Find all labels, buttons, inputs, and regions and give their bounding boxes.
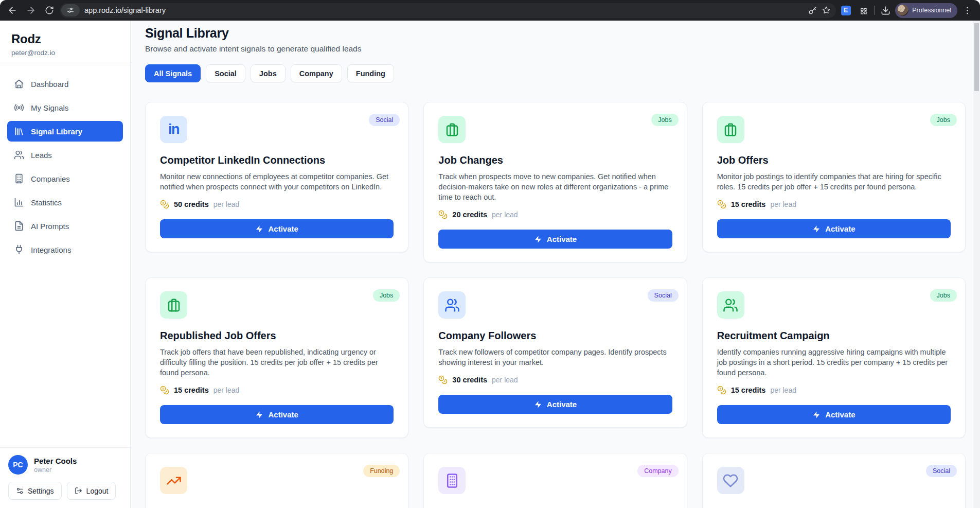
browser-profile-label: Professionnel — [912, 7, 951, 14]
user-name: Peter Cools — [34, 457, 77, 465]
browser-back-icon[interactable] — [4, 2, 21, 19]
credits-value: 15 credits — [731, 386, 766, 394]
sidebar-item-label: Signal Library — [31, 127, 82, 136]
page-scrollbar-thumb[interactable] — [974, 23, 979, 91]
sidebar-item-statistics[interactable]: Statistics — [7, 192, 123, 213]
linkedin-icon: in — [160, 116, 187, 143]
page-subtitle: Browse and activate intent signals to ge… — [145, 44, 966, 54]
card-description: Track job offers that have been republis… — [160, 347, 394, 378]
zap-icon — [255, 411, 263, 419]
sidebar-item-label: My Signals — [31, 103, 68, 112]
settings-sliders-icon — [16, 487, 24, 495]
sidebar-item-ai-prompts[interactable]: AI Prompts — [7, 216, 123, 236]
zap-icon — [534, 400, 542, 409]
library-icon — [14, 126, 24, 136]
card-title: Job Changes — [438, 154, 672, 166]
coins-icon — [160, 386, 169, 395]
card-description: Monitor new connections of employees at … — [160, 171, 394, 192]
signal-card: Social in Competitor LinkedIn Connection… — [145, 102, 408, 252]
page-scrollbar[interactable] — [973, 21, 980, 508]
extension-e-icon[interactable]: E — [841, 6, 851, 15]
signal-card: Jobs Republished Job Offers Track job of… — [145, 277, 408, 438]
users-icon — [717, 291, 744, 319]
sidebar-item-leads[interactable]: Leads — [7, 145, 123, 165]
sidebar-item-label: Companies — [31, 174, 70, 183]
site-settings-icon[interactable] — [61, 4, 80, 16]
downloads-icon[interactable] — [878, 3, 893, 18]
category-badge: Social — [926, 465, 957, 477]
sidebar-item-label: Statistics — [31, 198, 62, 207]
category-badge: Jobs — [930, 289, 957, 302]
coins-icon — [717, 200, 726, 209]
sidebar-item-dashboard[interactable]: Dashboard — [7, 74, 123, 94]
card-title: Competitor LinkedIn Connections — [160, 154, 394, 166]
main-content: Signal Library Browse and activate inten… — [131, 21, 980, 508]
card-description: Track new followers of competitor compan… — [438, 347, 672, 367]
credits-value: 50 credits — [174, 200, 209, 208]
activate-button[interactable]: Activate — [717, 219, 951, 238]
per-lead-label: per lead — [492, 376, 518, 384]
signal-card: Funding — [145, 453, 408, 508]
filter-tab-all-signals[interactable]: All Signals — [145, 64, 201, 82]
credits-value: 15 credits — [731, 200, 766, 208]
signal-cards-grid: Social in Competitor LinkedIn Connection… — [145, 102, 966, 508]
credits-row: 15 credits per lead — [717, 200, 951, 209]
credits-value: 20 credits — [452, 211, 487, 219]
card-title: Republished Job Offers — [160, 330, 394, 342]
credits-value: 15 credits — [174, 386, 209, 394]
briefcase-icon — [160, 291, 187, 319]
coins-icon — [438, 210, 448, 219]
activate-button[interactable]: Activate — [717, 405, 951, 424]
building2-icon — [438, 467, 466, 494]
credits-value: 30 credits — [452, 376, 487, 384]
building-icon — [14, 173, 24, 184]
heart-icon — [717, 467, 744, 494]
sidebar-item-label: Leads — [31, 151, 52, 160]
logout-button[interactable]: Logout — [67, 482, 116, 500]
per-lead-label: per lead — [213, 386, 240, 394]
browser-profile-chip[interactable]: Professionnel — [895, 3, 957, 18]
filter-tab-social[interactable]: Social — [206, 64, 245, 82]
browser-menu-icon[interactable] — [959, 3, 975, 18]
user-row: PC Peter Cools owner — [8, 455, 122, 475]
password-key-icon[interactable] — [808, 6, 817, 15]
sidebar-nav: Dashboard My Signals Signal Library Lead… — [0, 65, 130, 447]
signal-card: Jobs Job Offers Monitor job postings to … — [702, 102, 966, 252]
sidebar-item-companies[interactable]: Companies — [7, 168, 123, 189]
page-title: Signal Library — [145, 26, 966, 41]
activate-button[interactable]: Activate — [438, 395, 672, 414]
signal-card: Jobs Job Changes Track when prospects mo… — [423, 102, 687, 262]
address-bar[interactable]: app.rodz.io/signal-library — [60, 3, 836, 18]
activate-button[interactable]: Activate — [160, 405, 394, 424]
sidebar-footer: PC Peter Cools owner Settings Logout — [0, 447, 130, 508]
activate-button[interactable]: Activate — [160, 219, 394, 238]
zap-icon — [812, 411, 821, 419]
coins-icon — [717, 386, 726, 395]
extensions-puzzle-icon[interactable] — [856, 3, 871, 18]
credits-row: 30 credits per lead — [438, 375, 672, 384]
filter-tab-company[interactable]: Company — [291, 64, 342, 82]
per-lead-label: per lead — [770, 200, 796, 208]
sidebar-item-integrations[interactable]: Integrations — [7, 239, 123, 260]
sidebar-item-label: Dashboard — [31, 80, 68, 89]
credits-row: 15 credits per lead — [160, 386, 394, 395]
plug-icon — [14, 244, 24, 255]
filter-tab-jobs[interactable]: Jobs — [251, 64, 286, 82]
per-lead-label: per lead — [492, 211, 518, 219]
filter-tab-funding[interactable]: Funding — [347, 64, 394, 82]
sidebar-item-signal-library[interactable]: Signal Library — [7, 121, 123, 142]
url-text[interactable]: app.rodz.io/signal-library — [84, 6, 804, 14]
card-title: Job Offers — [717, 154, 951, 166]
bookmark-star-icon[interactable] — [822, 6, 831, 15]
browser-reload-icon[interactable] — [41, 2, 58, 19]
browser-forward-icon[interactable] — [23, 2, 39, 19]
sidebar-item-my-signals[interactable]: My Signals — [7, 97, 123, 118]
users-icon — [14, 150, 24, 160]
settings-button[interactable]: Settings — [8, 482, 62, 500]
activate-button[interactable]: Activate — [438, 230, 672, 249]
sidebar: Rodz peter@rodz.io Dashboard My Signals … — [0, 21, 131, 508]
credits-row: 15 credits per lead — [717, 386, 951, 395]
avatar: PC — [8, 455, 28, 475]
zap-icon — [534, 235, 542, 243]
card-title: Company Followers — [438, 330, 672, 342]
